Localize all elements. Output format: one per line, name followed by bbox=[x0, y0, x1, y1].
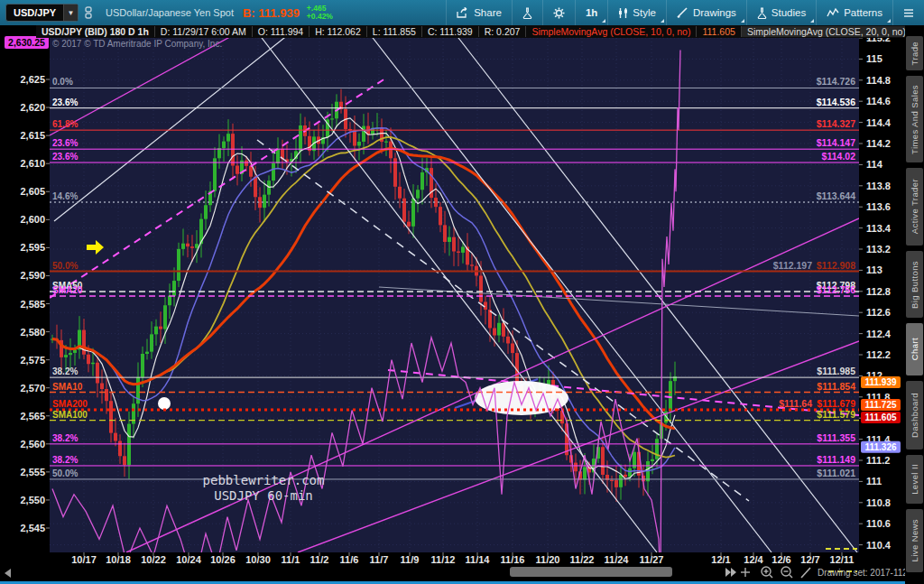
svg-text:2,550: 2,550 bbox=[20, 495, 45, 505]
svg-text:113.4: 113.4 bbox=[866, 223, 892, 234]
svg-text:11/22: 11/22 bbox=[570, 554, 595, 565]
sidebar-tab-level-ii[interactable]: Level II bbox=[906, 455, 923, 504]
svg-text:113.8: 113.8 bbox=[866, 181, 891, 191]
svg-text:2,625: 2,625 bbox=[20, 74, 45, 85]
svg-text:112.6: 112.6 bbox=[866, 307, 891, 318]
svg-text:$114.147: $114.147 bbox=[817, 137, 855, 148]
draw-line-icon[interactable] bbox=[801, 568, 810, 578]
svg-text:2,630.25: 2,630.25 bbox=[8, 37, 45, 48]
svg-text:111.2: 111.2 bbox=[866, 455, 890, 466]
chart-bottom-toolbar: Drawing set: 2017-1129 bbox=[725, 567, 913, 578]
svg-text:38.2%: 38.2% bbox=[52, 366, 78, 376]
svg-text:111: 111 bbox=[866, 476, 882, 487]
svg-text:USDJPY 60-min: USDJPY 60-min bbox=[214, 488, 313, 503]
ohlc-high: H: 112.062 bbox=[309, 26, 366, 37]
drawing-set-selector[interactable]: Drawing set: 2017-1129 bbox=[818, 568, 913, 578]
svg-text:$114.536: $114.536 bbox=[817, 97, 855, 107]
ohlc-open: O: 111.994 bbox=[252, 26, 309, 37]
svg-text:$111.64: $111.64 bbox=[779, 398, 812, 409]
svg-text:$111.854: $111.854 bbox=[817, 381, 855, 392]
svg-text:$112.756: $112.756 bbox=[817, 284, 855, 295]
svg-text:114: 114 bbox=[866, 159, 883, 170]
svg-text:14.6%: 14.6% bbox=[52, 191, 78, 201]
svg-text:113: 113 bbox=[866, 264, 882, 275]
svg-text:0.0%: 0.0% bbox=[52, 77, 73, 87]
svg-text:$111.355: $111.355 bbox=[817, 432, 855, 443]
svg-text:12/4: 12/4 bbox=[744, 554, 763, 565]
svg-text:11/27: 11/27 bbox=[640, 554, 664, 565]
svg-text:114.8: 114.8 bbox=[866, 75, 891, 86]
svg-text:11/1: 11/1 bbox=[282, 554, 300, 565]
svg-text:12/1: 12/1 bbox=[711, 554, 730, 565]
svg-text:11/9: 11/9 bbox=[401, 554, 420, 565]
svg-text:2,570: 2,570 bbox=[20, 383, 45, 394]
move-icon[interactable] bbox=[741, 568, 750, 577]
sidebar-tab-live-news[interactable]: Live News bbox=[906, 509, 923, 572]
svg-text:111.939: 111.939 bbox=[864, 377, 896, 387]
svg-text:112.2: 112.2 bbox=[866, 349, 891, 360]
right-price-axis[interactable]: 115.2115114.8114.6114.4114.2114113.8113.… bbox=[859, 32, 901, 551]
zoom-in-icon[interactable] bbox=[762, 567, 772, 578]
svg-text:114.4: 114.4 bbox=[866, 117, 892, 128]
svg-text:2,555: 2,555 bbox=[20, 467, 45, 477]
svg-text:10/17: 10/17 bbox=[71, 554, 97, 565]
svg-text:38.2%: 38.2% bbox=[52, 455, 78, 465]
svg-text:11/2: 11/2 bbox=[310, 554, 329, 565]
svg-text:12/6: 12/6 bbox=[772, 554, 790, 565]
svg-text:2,610: 2,610 bbox=[20, 158, 45, 169]
sidebar-tab-trade[interactable]: Trade bbox=[906, 36, 923, 70]
sidebar-tab-times-and-sales[interactable]: Times And Sales bbox=[906, 76, 923, 162]
sidebar-tab-dashboard[interactable]: Dashboard bbox=[906, 381, 923, 450]
svg-text:SMA200: SMA200 bbox=[52, 399, 88, 409]
svg-text:SMA20: SMA20 bbox=[52, 285, 83, 295]
svg-text:10/22: 10/22 bbox=[141, 554, 166, 565]
ohlc-close: C: 111.939 bbox=[421, 26, 478, 37]
chart-header: USD/JPY (BID) 180 D 1h D: 11/29/17 6:00 … bbox=[36, 25, 922, 38]
sma10-label: SimpleMovingAvg (CLOSE, 10, 0, no) bbox=[525, 26, 696, 37]
watermark: pebblewriter.comUSDJPY 60-min bbox=[203, 473, 325, 503]
svg-text:61.8%: 61.8% bbox=[52, 119, 78, 129]
svg-text:10/24: 10/24 bbox=[176, 554, 201, 565]
svg-text:$113.644: $113.644 bbox=[817, 190, 855, 201]
svg-text:pebblewriter.com: pebblewriter.com bbox=[203, 473, 325, 487]
sidebar-tab-active-trader[interactable]: Active Trader bbox=[906, 168, 923, 246]
svg-text:$111.021: $111.021 bbox=[817, 468, 855, 478]
svg-text:114.2: 114.2 bbox=[866, 138, 891, 149]
svg-text:110.8: 110.8 bbox=[866, 497, 891, 508]
highlight-circle[interactable] bbox=[158, 397, 171, 410]
ohlc-range: R: 0.207 bbox=[478, 26, 526, 37]
thinkorswim-window: { "toolbar": { "symbol": "USD/JPY", "des… bbox=[0, 0, 924, 584]
svg-text:SMA100: SMA100 bbox=[52, 410, 88, 420]
horizontal-scrollbar-thumb[interactable] bbox=[510, 567, 672, 577]
svg-text:$114.327: $114.327 bbox=[817, 118, 855, 129]
svg-text:$111.985: $111.985 bbox=[817, 366, 855, 376]
ohlc-low: L: 111.855 bbox=[366, 26, 421, 37]
svg-text:110.4: 110.4 bbox=[866, 540, 892, 551]
pan-right-icon[interactable] bbox=[725, 568, 731, 577]
svg-text:23.6%: 23.6% bbox=[52, 138, 78, 148]
right-gadget-sidebar: TradeTimes And SalesActive TraderBig But… bbox=[905, 25, 924, 584]
scroll-left-arrow[interactable] bbox=[5, 569, 11, 578]
time-axis[interactable]: 10/1710/1810/2210/2410/2610/3011/111/211… bbox=[71, 552, 854, 565]
ohlc-datetime: D: 11/29/17 6:00 AM bbox=[154, 26, 252, 37]
svg-text:11/7: 11/7 bbox=[370, 554, 389, 565]
price-chart[interactable]: 0.0%$114.72623.6%$114.53661.8%$114.32723… bbox=[0, 0, 924, 584]
pan-right-icon[interactable] bbox=[731, 568, 736, 577]
svg-text:12/7: 12/7 bbox=[800, 554, 819, 565]
sidebar-tab-chart[interactable]: Chart bbox=[906, 323, 923, 375]
svg-text:2,615: 2,615 bbox=[20, 130, 45, 141]
svg-text:$111.149: $111.149 bbox=[817, 454, 855, 465]
svg-text:2,605: 2,605 bbox=[20, 186, 45, 197]
sidebar-tab-big-buttons[interactable]: Big Buttons bbox=[906, 251, 923, 318]
svg-text:11/16: 11/16 bbox=[501, 554, 525, 565]
zoom-out-icon[interactable] bbox=[781, 567, 792, 578]
svg-text:23.6%: 23.6% bbox=[52, 97, 78, 107]
highlight-ellipse[interactable] bbox=[475, 381, 568, 415]
sma20-label: SimpleMovingAvg (CLOSE, 20, 0, no) ... bbox=[741, 26, 922, 37]
left-price-axis[interactable]: 2,6252,6202,6152,6102,6052,6002,5952,590… bbox=[5, 36, 50, 533]
svg-text:2,620: 2,620 bbox=[20, 102, 45, 113]
svg-text:111.725: 111.725 bbox=[864, 400, 896, 410]
svg-text:38.2%: 38.2% bbox=[52, 433, 78, 443]
svg-text:$112.908: $112.908 bbox=[817, 260, 855, 271]
svg-text:$112.197: $112.197 bbox=[773, 260, 812, 271]
